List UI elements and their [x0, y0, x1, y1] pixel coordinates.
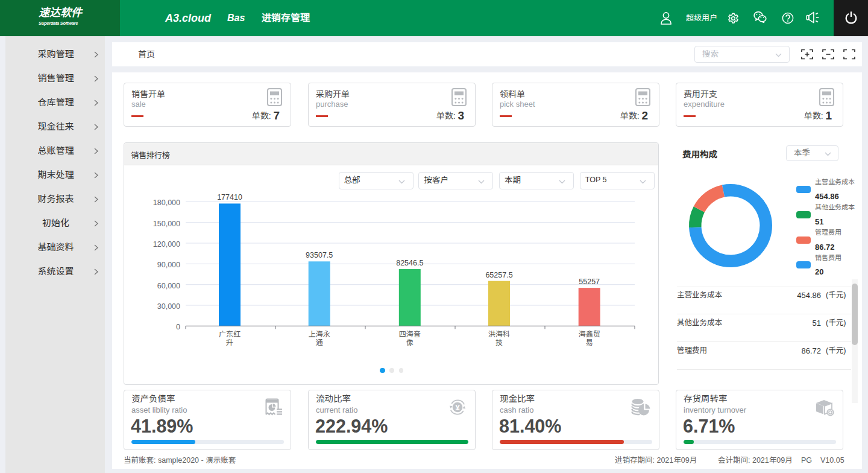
- svg-text:¥: ¥: [455, 403, 460, 412]
